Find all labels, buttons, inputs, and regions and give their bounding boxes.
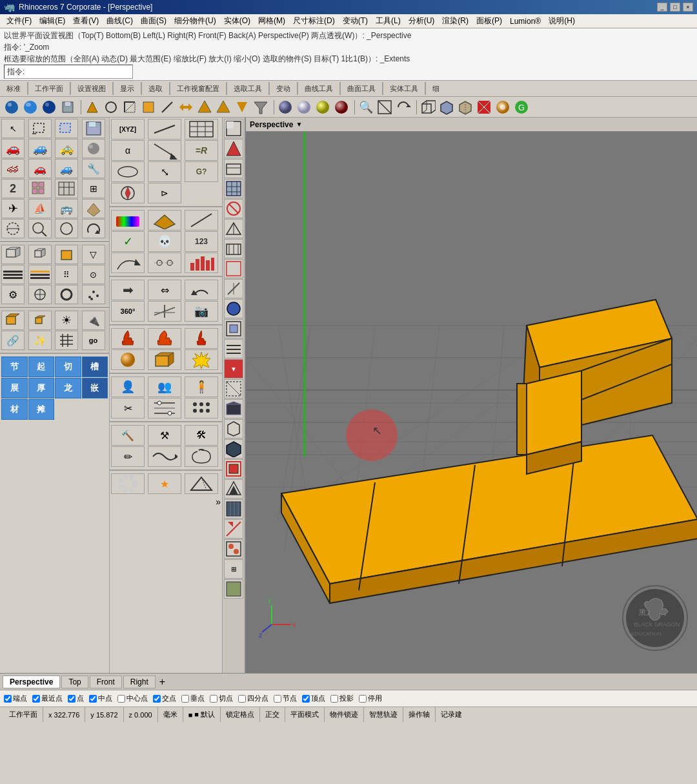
render-icon[interactable] [494,98,512,116]
menu-curve[interactable]: 曲线(C) [103,14,137,28]
select-cross[interactable] [55,119,78,138]
mid-camera-icon[interactable]: 📷 [185,301,218,322]
sphere-icon-blue2[interactable] [21,98,39,116]
mid-rainbow-icon[interactable] [111,210,145,231]
status-smarttrack[interactable]: 智慧轨迹 [364,707,403,722]
ring-icon[interactable] [55,285,78,304]
mid-360-label[interactable]: 360° [111,301,145,322]
rn-icon22[interactable] [224,539,243,559]
rn-icon1[interactable] [224,119,243,138]
cube-solid-icon[interactable] [438,98,456,116]
zoom-icon[interactable]: 🔍 [357,98,375,116]
sphere-render1[interactable] [276,98,294,116]
status-history[interactable]: 记录建 [436,707,467,722]
snap-tan-cb[interactable] [210,695,217,703]
mid-arrow-icon[interactable] [148,119,181,139]
menu-mesh[interactable]: 网格(M) [254,14,289,28]
cn-btn-qi[interactable]: 起 [28,356,55,377]
status-opaxis[interactable]: 操作轴 [403,707,436,722]
menu-file[interactable]: 文件(F) [3,14,35,28]
menu-render[interactable]: 渲染(R) [438,14,472,28]
menu-view[interactable]: 查看(V) [69,14,103,28]
menu-surface[interactable]: 曲面(S) [137,14,170,28]
gear-sm-icon[interactable]: ⚙ [1,285,25,304]
mid-pencil-icon[interactable]: ✏ [111,446,145,467]
mid-check-icon[interactable]: ✓ [111,231,145,252]
rect-icon[interactable] [139,98,157,116]
select-window[interactable] [28,119,52,138]
mid-lasso-icon[interactable] [185,446,218,467]
corner-icon[interactable] [121,98,139,116]
wrench-icon[interactable]: 🔧 [82,159,105,178]
mid-R-icon[interactable]: =R [185,140,218,161]
array-icon[interactable]: ⊞ [82,179,105,198]
sphere-render3[interactable] [314,98,332,116]
rn-icon14[interactable] [224,379,243,398]
sphere-icon-darkblue[interactable] [40,98,58,116]
menu-solid[interactable]: 实体(O) [220,14,254,28]
expand-panel[interactable]: » [110,495,222,508]
rn-icon3[interactable] [224,159,243,178]
mid-flame1-icon[interactable] [111,328,145,349]
rotate-view-icon[interactable] [394,98,412,116]
list-icon[interactable] [1,265,25,284]
array-dots-icon[interactable]: ⠿ [55,265,78,284]
save-icon[interactable] [59,98,77,116]
rn-icon18[interactable] [224,459,243,479]
filter-icon[interactable]: ▽ [82,245,105,264]
rn-icon21[interactable] [224,519,243,539]
sun-icon[interactable]: ☀ [55,311,78,330]
line-icon[interactable] [158,98,176,116]
color-label[interactable]: ■ 默认 [194,710,215,719]
toolbar-vpconfig[interactable]: 工作视窗配置 [173,83,223,95]
mid-pyramid-icon[interactable] [185,473,218,494]
menu-panel[interactable]: 面板(P) [472,14,506,28]
toolbar-setview[interactable]: 设置视图 [74,83,110,95]
mid-burst-icon[interactable] [185,349,218,370]
rn-icon19[interactable] [224,479,243,499]
mid-circles-icon[interactable] [148,253,181,273]
snap-disable-cb[interactable] [359,695,367,703]
chain-icon[interactable]: 🔗 [1,331,25,350]
rn-icon2[interactable] [224,139,243,158]
snap-center-cb[interactable] [117,695,125,703]
rn-icon5[interactable] [224,199,243,218]
mid-123-icon[interactable]: 123 [185,231,218,252]
mid-alpha-icon[interactable]: α [111,140,145,161]
circle2-icon[interactable] [55,219,78,238]
status-objlock[interactable]: 物件锁迹 [325,707,364,722]
mid-face1-icon[interactable]: 👤 [111,377,145,397]
menu-lumion[interactable]: Lumion® [506,15,545,27]
cn-btn-qian[interactable]: 嵌 [82,378,108,398]
mid-color-wheel-icon[interactable] [111,473,145,494]
circle-dots-icon[interactable]: ⊙ [82,265,105,284]
snap-endpoint-cb[interactable] [4,695,12,703]
cn-btn-cao[interactable]: 槽 [82,356,108,377]
snap-project-cb[interactable] [330,695,338,703]
cn-btn-hou[interactable]: 厚 [28,378,55,398]
circle-dash-icon[interactable] [1,219,25,238]
airplane-icon[interactable]: ✈ [1,199,25,218]
menu-transform[interactable]: 变动(T) [339,14,372,28]
toolbar-more[interactable]: 细 [429,83,443,95]
mid-tools2-icon[interactable]: ⚒ [148,425,181,446]
snap-intersect-cb[interactable] [153,695,161,703]
cn-btn-jie[interactable]: 节 [1,356,28,377]
toolbar-workplane[interactable]: 工作平面 [31,83,67,95]
cn-btn-qie[interactable]: 切 [55,356,81,377]
sphere-render4[interactable] [332,98,350,116]
mid-flame3-icon[interactable] [185,328,218,349]
car-gray[interactable]: 🚕 [55,139,78,158]
menu-help[interactable]: 说明(H) [545,14,579,28]
status-ortho[interactable]: 正交 [260,707,285,722]
menu-subd[interactable]: 细分物件(U) [170,14,220,28]
mid-face2-icon[interactable]: 👥 [148,377,181,397]
snap-perp-cb[interactable] [181,695,189,703]
rn-icon7[interactable] [224,239,243,258]
mid-flame2-icon[interactable] [148,328,181,349]
rotate-icon[interactable] [82,219,105,238]
sphere-icon-blue1[interactable] [3,98,21,116]
status-planarmode[interactable]: 平面模式 [285,707,325,722]
crosshair-icon[interactable] [28,285,52,304]
cube-wireframe-icon[interactable] [419,98,437,116]
